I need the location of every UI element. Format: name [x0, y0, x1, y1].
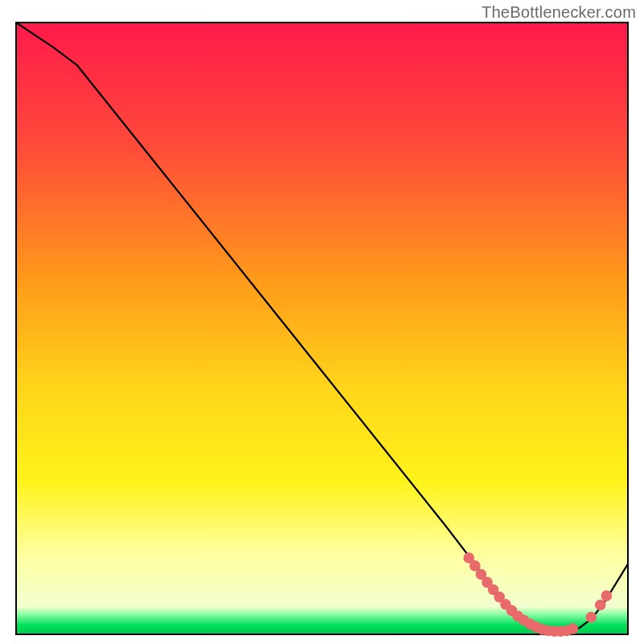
marker-dot [601, 590, 613, 601]
marker-dot [595, 600, 606, 611]
attribution-label: TheBottlenecker.com [481, 3, 636, 22]
plot-area [16, 23, 628, 637]
chart-container: TheBottlenecker.com [0, 0, 644, 644]
gradient-background [16, 23, 628, 634]
marker-dot [586, 612, 597, 623]
bottleneck-chart [0, 0, 644, 644]
marker-dot [568, 623, 579, 634]
